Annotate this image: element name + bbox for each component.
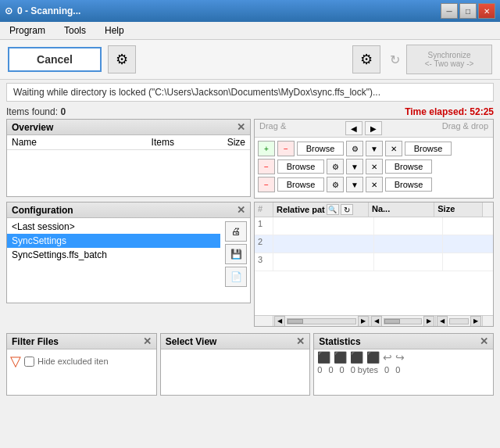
scroll-right-3-btn[interactable]: ▶ xyxy=(470,316,481,327)
sync-row-1: + − Browse ⚙ ▼ ✕ Browse xyxy=(258,141,490,156)
gear-icon-button[interactable]: ⚙ xyxy=(108,45,136,73)
main-content: Overview ✕ Name Items Size Drag & ◀ xyxy=(0,119,500,396)
stat-icon-4: ⬛ xyxy=(366,351,380,364)
stats-content: ⬛ ⬛ ⬛ ⬛ ↩ ↪ 0 0 0 0 bytes 0 0 xyxy=(314,349,493,376)
menu-bar: Program Tools Help xyxy=(0,22,500,40)
rel-path-filter-button[interactable]: 🔍 xyxy=(327,204,339,215)
select-view-close-button[interactable]: ✕ xyxy=(296,335,305,347)
grid-row-2: 2 xyxy=(255,235,493,253)
overview-close-button[interactable]: ✕ xyxy=(237,121,245,133)
time-elapsed-value: 52:25 xyxy=(470,106,494,117)
config-item-syncsettings[interactable]: SyncSettings xyxy=(7,234,220,248)
config-list: <Last session> SyncSettings SyncSettings… xyxy=(7,218,220,263)
scroll-right-2-btn[interactable]: ▶ xyxy=(423,316,434,327)
status-bar: Waiting while directory is locked ("C:\U… xyxy=(6,83,494,102)
sync-row-3: − Browse ⚙ ▼ ✕ Browse xyxy=(258,177,490,192)
name-col-header: Na... xyxy=(369,202,434,217)
arrow-right-icon-button[interactable]: ▶ xyxy=(365,121,382,135)
stats-icons: ⬛ ⬛ ⬛ ⬛ ↩ ↪ xyxy=(317,351,490,364)
synchronize-button: Synchronize <- Two way -> xyxy=(406,45,492,74)
statistics-panel: Statistics ✕ ⬛ ⬛ ⬛ ⬛ ↩ ↪ 0 0 0 0 bytes 0 xyxy=(313,333,494,396)
overview-title: Overview xyxy=(12,122,53,133)
menu-tools[interactable]: Tools xyxy=(59,23,91,38)
stat-bytes-label: 0 bytes xyxy=(351,365,378,375)
hide-excluded-label: Hide excluded iten xyxy=(24,357,109,367)
sync-row-2: − Browse ⚙ ▼ ✕ Browse xyxy=(258,159,490,174)
browse-right-3-button[interactable]: Browse xyxy=(385,177,432,192)
filter-3-button[interactable]: ⚙ xyxy=(327,177,344,192)
browse-left-3-button[interactable]: Browse xyxy=(277,177,324,192)
filter-2-button[interactable]: ⚙ xyxy=(327,159,344,174)
x-3-button[interactable]: ✕ xyxy=(366,177,383,192)
stat-value-4: 0 xyxy=(384,365,389,375)
select-view-panel: Select View ✕ xyxy=(160,333,311,396)
stat-value-2: 0 xyxy=(328,365,333,375)
config-item-last-session[interactable]: <Last session> xyxy=(7,220,220,234)
scroll-right-btn[interactable]: ▶ xyxy=(358,316,369,327)
status-message: Waiting while directory is locked ("C:\U… xyxy=(13,87,380,98)
x-1-button[interactable]: ✕ xyxy=(385,141,402,156)
stats-numbers: 0 0 0 0 bytes 0 0 xyxy=(317,365,490,375)
rel-path-refresh-button[interactable]: ↻ xyxy=(341,204,353,215)
stat-icon-3: ⬛ xyxy=(350,351,363,364)
items-found-label: Items found: xyxy=(6,106,58,117)
remove-left-button[interactable]: − xyxy=(277,141,295,156)
minimize-button[interactable]: ─ xyxy=(441,3,458,19)
add-left-button[interactable]: + xyxy=(258,141,275,156)
config-print-button[interactable]: 🖨 xyxy=(225,221,247,242)
cancel-button[interactable]: Cancel xyxy=(8,47,102,72)
x-2-button[interactable]: ✕ xyxy=(366,159,383,174)
filter-files-title: Filter Files xyxy=(12,336,59,347)
filter-1-button[interactable]: ⚙ xyxy=(346,141,363,156)
scroll-left-btn[interactable]: ◀ xyxy=(274,316,285,327)
drag-right-label: Drag & drop xyxy=(442,121,488,135)
file-grid-panel: # Relative pat 🔍 ↻ Na... Size 1 xyxy=(254,202,494,327)
sync-controls: + − Browse ⚙ ▼ ✕ Browse − Browse ⚙ ▼ ✕ B… xyxy=(255,138,493,198)
browse-left-2-button[interactable]: Browse xyxy=(277,159,324,174)
funnel-1-button[interactable]: ▼ xyxy=(366,141,383,156)
grid-row-1: 1 xyxy=(255,217,493,235)
menu-help[interactable]: Help xyxy=(100,23,129,38)
configuration-close-button[interactable]: ✕ xyxy=(237,204,245,216)
browse-left-1-button[interactable]: Browse xyxy=(297,142,344,156)
menu-program[interactable]: Program xyxy=(5,23,50,38)
overview-header: Overview ✕ xyxy=(7,120,250,135)
col-name: Name xyxy=(7,135,95,150)
funnel-2-button[interactable]: ▼ xyxy=(346,159,363,174)
sync-arrow-icon: ↻ xyxy=(390,52,400,67)
stat-value-5: 0 xyxy=(395,365,400,375)
statistics-close-button[interactable]: ✕ xyxy=(480,335,488,347)
arrow-left-icon-button[interactable]: ◀ xyxy=(345,121,362,135)
stats-row: Items found: 0 Time elapsed: 52:25 xyxy=(0,105,500,119)
filter-files-close-button[interactable]: ✕ xyxy=(143,335,152,347)
browse-right-2-button[interactable]: Browse xyxy=(385,159,432,174)
window-title: 0 - Scanning... xyxy=(17,5,80,16)
stat-icon-5: ↩ xyxy=(383,351,392,364)
stat-icon-6: ↪ xyxy=(395,351,405,364)
rel-path-col-header: Relative pat xyxy=(277,205,325,214)
title-controls: ─ □ ✕ xyxy=(441,3,495,19)
config-actions: 🖨 💾 📄 xyxy=(222,218,250,303)
browse-right-1-button[interactable]: Browse xyxy=(405,142,452,156)
bottom-panels: Filter Files ✕ ▽ Hide excluded iten Sele… xyxy=(6,333,494,396)
remove-bottom-button[interactable]: − xyxy=(258,177,275,192)
scroll-left-3-btn[interactable]: ◀ xyxy=(437,316,448,327)
size-col-header: Size xyxy=(434,202,482,217)
funnel-3-button[interactable]: ▼ xyxy=(346,177,363,192)
items-found: Items found: 0 xyxy=(6,106,66,117)
config-script-button[interactable]: 📄 xyxy=(225,267,247,287)
maximize-button[interactable]: □ xyxy=(459,3,477,19)
config-item-syncsettings-batch[interactable]: SyncSettings.ffs_batch xyxy=(7,248,220,262)
title-bar: ⊙ 0 - Scanning... ─ □ ✕ xyxy=(0,0,500,22)
scroll-left-2-btn[interactable]: ◀ xyxy=(371,316,382,327)
config-save-button[interactable]: 💾 xyxy=(225,244,247,264)
hide-excluded-checkbox[interactable] xyxy=(24,357,34,367)
stat-icon-2: ⬛ xyxy=(334,351,347,364)
close-button[interactable]: ✕ xyxy=(478,3,495,19)
hide-excluded-text: Hide excluded iten xyxy=(38,357,109,366)
remove-mid-button[interactable]: − xyxy=(258,159,275,174)
stat-icon-1: ⬛ xyxy=(317,351,330,364)
col-size: Size xyxy=(179,135,250,150)
settings-icon-button[interactable]: ⚙ xyxy=(352,45,380,73)
sync-label: Synchronize xyxy=(427,51,470,59)
